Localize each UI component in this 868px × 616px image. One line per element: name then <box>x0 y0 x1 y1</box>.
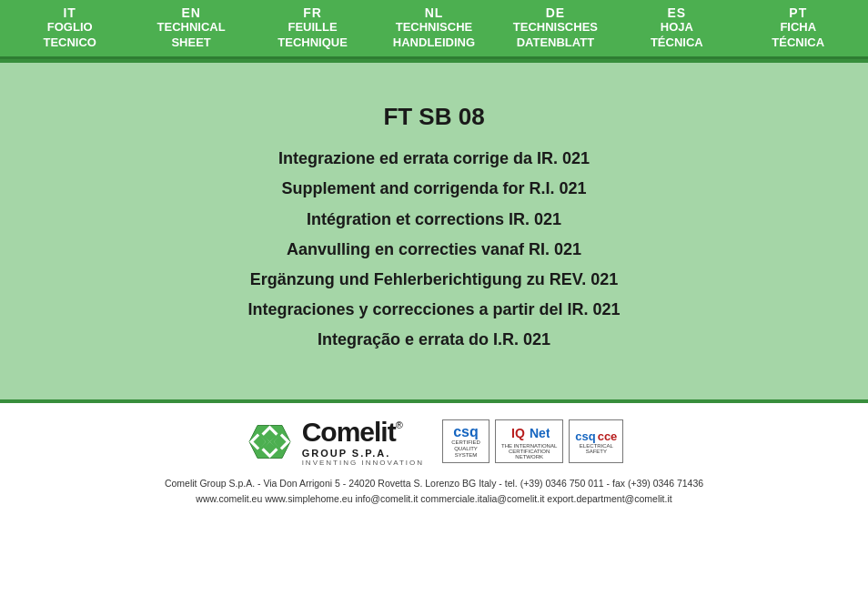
csq-ce-sub: ELECTRICALSAFETY <box>580 443 613 454</box>
doc-line-es: Integraciones y correcciones a partir de… <box>247 298 620 321</box>
lang-line2-en: SHEET <box>171 35 210 51</box>
iqnet-cert-badge: IQ Net THE INTERNATIONALCERTIFICATIONNET… <box>495 419 563 463</box>
lang-col-nl: NL TECHNISCHE HANDLEIDING <box>373 5 494 51</box>
csq-ce-row: csq cce <box>575 429 617 443</box>
lang-code-de: DE <box>546 5 565 20</box>
footer-logos: Comelit ® GROUP S.P.A. INVENTING INNOVAT… <box>245 417 624 467</box>
document-title: FT SB 08 <box>383 103 484 131</box>
footer-contact: Comelit Group S.p.A. - Via Don Arrigoni … <box>165 476 703 507</box>
contact-line1: Comelit Group S.p.A. - Via Don Arrigoni … <box>165 476 703 491</box>
lang-line2-nl: HANDLEIDING <box>393 35 475 51</box>
lang-line1-pt: FICHA <box>780 20 816 35</box>
lang-line2-de: DATENBLATT <box>517 35 594 51</box>
comelit-diamond-icon <box>245 421 295 462</box>
csq-letters: csq <box>453 425 479 439</box>
main-content: FT SB 08 Integrazione ed errata corrige … <box>0 63 868 399</box>
csq-ce-csq: csq <box>575 429 595 443</box>
doc-line-pt: Integração e errata do I.R. 021 <box>318 328 550 351</box>
lang-code-it: IT <box>63 5 76 20</box>
svg-text:Net: Net <box>530 426 550 440</box>
lang-line2-es: TÉCNICA <box>651 35 703 51</box>
comelit-brand-name: Comelit <box>302 417 396 448</box>
csq-cert-text: CERTIFIEDQUALITYSYSTEM <box>451 439 480 459</box>
footer: Comelit ® GROUP S.P.A. INVENTING INNOVAT… <box>0 403 868 516</box>
header-language-bar: IT FOGLIO TECNICO EN TECHNICAL SHEET FR … <box>0 0 868 59</box>
svg-text:IQ: IQ <box>511 426 525 440</box>
comelit-name-block: Comelit ® GROUP S.P.A. INVENTING INNOVAT… <box>302 417 424 467</box>
csq-cert-badge: csq CERTIFIEDQUALITYSYSTEM <box>442 419 490 463</box>
lang-code-es: ES <box>667 5 686 20</box>
lang-code-en: EN <box>181 5 200 20</box>
lang-col-de: DE TECHNISCHES DATENBLATT <box>495 5 616 51</box>
lang-col-it: IT FOGLIO TECNICO <box>9 5 130 51</box>
doc-line-de: Ergänzung und Fehlerberichtigung zu REV.… <box>250 268 618 291</box>
contact-line2: www.comelit.eu www.simplehome.eu info@co… <box>165 491 703 507</box>
lang-col-pt: PT FICHA TÉCNICA <box>738 5 859 51</box>
lang-line1-de: TECHNISCHES <box>513 20 598 35</box>
lang-line2-fr: TECHNIQUE <box>278 35 348 51</box>
lang-line1-en: TECHNICAL <box>157 20 226 35</box>
doc-line-it: Integrazione ed errata corrige da IR. 02… <box>278 147 590 170</box>
lang-line1-es: HOJA <box>661 20 693 35</box>
iqnet-sub-text: THE INTERNATIONALCERTIFICATIONNETWORK <box>501 443 557 459</box>
lang-code-fr: FR <box>303 5 322 20</box>
iqnet-icon: IQ Net <box>510 423 550 443</box>
doc-line-nl: Aanvulling en correcties vanaf RI. 021 <box>287 238 581 261</box>
lang-col-en: EN TECHNICAL SHEET <box>130 5 251 51</box>
certification-badges: csq CERTIFIEDQUALITYSYSTEM IQ Net THE IN… <box>442 419 623 463</box>
lang-line1-nl: TECHNISCHE <box>396 20 473 35</box>
lang-code-pt: PT <box>789 5 807 20</box>
lang-col-fr: FR FEUILLE TECHNIQUE <box>252 5 373 51</box>
comelit-group-label: GROUP S.P.A. <box>302 448 391 459</box>
lang-line1-it: FOGLIO <box>47 20 93 35</box>
doc-line-en: Supplement and corrigenda for R.I. 021 <box>281 177 586 200</box>
comelit-inventing-label: INVENTING INNOVATION <box>302 459 424 467</box>
lang-line2-pt: TÉCNICA <box>772 35 824 51</box>
doc-line-fr: Intégration et corrections IR. 021 <box>307 208 561 231</box>
csq-ce-ce: cce <box>598 429 618 443</box>
comelit-logo: Comelit ® GROUP S.P.A. INVENTING INNOVAT… <box>245 417 424 467</box>
lang-line2-it: TECNICO <box>43 35 96 51</box>
lang-col-es: ES HOJA TÉCNICA <box>616 5 737 51</box>
csq-ce-badge: csq cce ELECTRICALSAFETY <box>569 419 623 463</box>
lang-code-nl: NL <box>425 5 444 20</box>
lang-line1-fr: FEUILLE <box>288 20 337 35</box>
